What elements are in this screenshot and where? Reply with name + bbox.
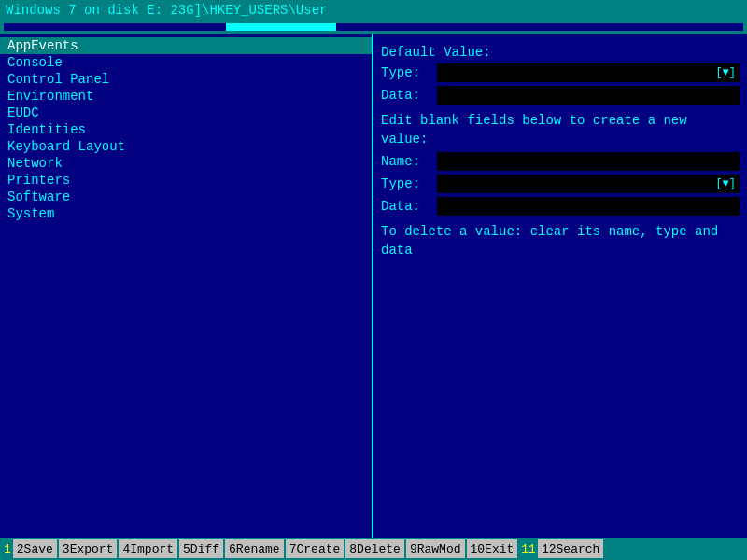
status-item-diff[interactable]: 5Diff [179,539,223,558]
right-panel: Default Value: Type: [▼] Data: Edit blan… [374,34,747,538]
list-item-printers[interactable]: Printers [0,172,372,189]
title-text: Windows 7 on disk E: 23G]\HKEY_USERS\Use… [6,3,327,18]
list-item-control-panel[interactable]: Control Panel [0,71,372,88]
data-row-1: Data: [381,86,740,105]
status-item-import[interactable]: 4Import [119,539,177,558]
scrollbar-thumb[interactable] [226,23,337,31]
status-item-rawmod[interactable]: 9RawMod [406,539,465,558]
type-label-1: Type: [381,65,437,80]
list-item-console[interactable]: Console [0,54,372,71]
list-item-keyboard-layout[interactable]: Keyboard Layout [0,138,372,155]
title-bar: Windows 7 on disk E: 23G]\HKEY_USERS\Use… [0,0,747,21]
status-num-11[interactable]: 11 [519,539,538,558]
edit-instruction: Edit blank fields below to create a new … [381,112,740,148]
delete-instruction: To delete a value: clear its name, type … [381,223,740,259]
type-select-1[interactable]: [▼] [437,63,740,82]
status-bar: 1 2Save 3Export 4Import 5Diff 6Rename 7C… [0,538,747,560]
scrollbar-area[interactable] [0,21,747,34]
status-num-1[interactable]: 1 [2,539,13,558]
status-item-create[interactable]: 7Create [286,539,345,558]
type-label-2: Type: [381,176,437,191]
status-item-delete[interactable]: 8Delete [345,539,404,558]
status-item-save[interactable]: 2Save [13,539,57,558]
data-input-1[interactable] [437,86,740,105]
list-item-appevents[interactable]: AppEvents [0,37,372,54]
data-label-2: Data: [381,199,437,214]
status-item-exit[interactable]: 10Exit [467,539,518,558]
list-item-identities[interactable]: Identities [0,121,372,138]
list-item-environment[interactable]: Environment [0,88,372,105]
name-label: Name: [381,154,437,169]
default-value-heading: Default Value: [381,45,740,60]
status-item-export[interactable]: 3Export [59,539,118,558]
main-layout: AppEvents Console Control Panel Environm… [0,34,747,538]
left-panel: AppEvents Console Control Panel Environm… [0,34,374,538]
status-item-search[interactable]: 12Search [538,539,603,558]
name-row: Name: [381,152,740,171]
name-input[interactable] [437,152,740,171]
type-row-2: Type: [▼] [381,175,740,193]
type-row-1: Type: [▼] [381,63,740,82]
list-item-eudc[interactable]: EUDC [0,105,372,121]
dropdown-arrow-2: [▼] [715,177,736,190]
status-item-rename[interactable]: 6Rename [225,539,284,558]
data-input-2[interactable] [437,197,740,216]
type-select-2[interactable]: [▼] [437,175,740,193]
dropdown-arrow-1: [▼] [715,66,736,79]
list-item-software[interactable]: Software [0,189,372,205]
list-item-network[interactable]: Network [0,155,372,172]
data-row-2: Data: [381,197,740,216]
scrollbar-track[interactable] [4,23,743,31]
data-label-1: Data: [381,88,437,103]
list-item-system[interactable]: System [0,205,372,222]
